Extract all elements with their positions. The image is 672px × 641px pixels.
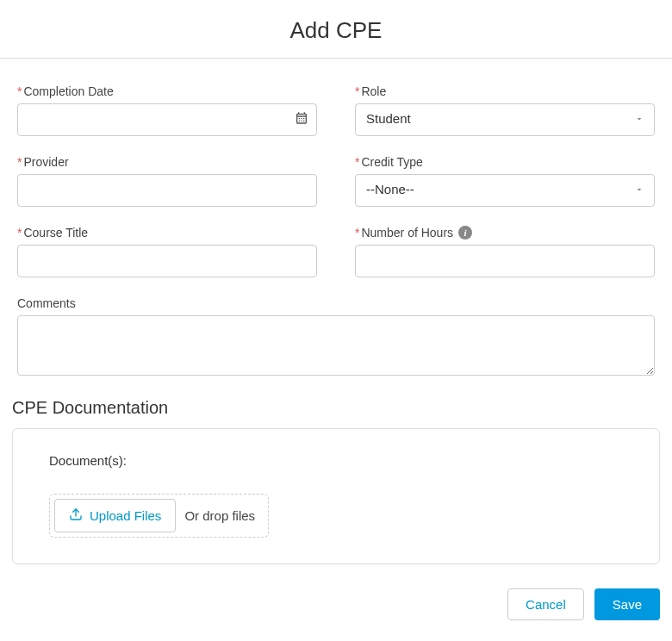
documents-label: Document(s): xyxy=(49,453,623,468)
cancel-button[interactable]: Cancel xyxy=(507,588,584,620)
cpe-documentation-heading: CPE Documentation xyxy=(12,398,672,418)
upload-icon xyxy=(69,507,83,524)
number-of-hours-label: Number of Hours xyxy=(355,226,453,240)
upload-files-label: Upload Files xyxy=(90,508,161,523)
footer-actions: Cancel Save xyxy=(0,564,672,636)
credit-type-label: Credit Type xyxy=(355,155,655,169)
number-of-hours-group: Number of Hours i xyxy=(355,226,655,277)
upload-files-button[interactable]: Upload Files xyxy=(54,499,176,532)
course-title-group: Course Title xyxy=(17,226,317,277)
documentation-panel: Document(s): Upload Files Or drop files xyxy=(12,428,660,564)
form-container: Completion Date Role Student Provider xyxy=(0,59,672,379)
credit-type-group: Credit Type --None-- xyxy=(355,155,655,207)
role-group: Role Student xyxy=(355,84,655,136)
comments-label: Comments xyxy=(17,296,655,310)
number-of-hours-input[interactable] xyxy=(355,245,655,277)
comments-group: Comments xyxy=(17,296,655,379)
course-title-input[interactable] xyxy=(17,245,317,277)
provider-input[interactable] xyxy=(17,174,317,207)
upload-dropzone[interactable]: Upload Files Or drop files xyxy=(49,494,269,538)
completion-date-input[interactable] xyxy=(17,103,317,136)
save-button[interactable]: Save xyxy=(594,588,660,620)
completion-date-label: Completion Date xyxy=(17,84,317,98)
completion-date-group: Completion Date xyxy=(17,84,317,136)
provider-group: Provider xyxy=(17,155,317,207)
role-select[interactable]: Student xyxy=(355,103,655,136)
drop-files-text: Or drop files xyxy=(184,508,264,523)
comments-input[interactable] xyxy=(17,315,655,376)
provider-label: Provider xyxy=(17,155,317,169)
role-label: Role xyxy=(355,84,655,98)
page-title: Add CPE xyxy=(0,0,672,59)
course-title-label: Course Title xyxy=(17,226,317,240)
credit-type-select[interactable]: --None-- xyxy=(355,174,655,207)
info-icon[interactable]: i xyxy=(458,226,472,240)
